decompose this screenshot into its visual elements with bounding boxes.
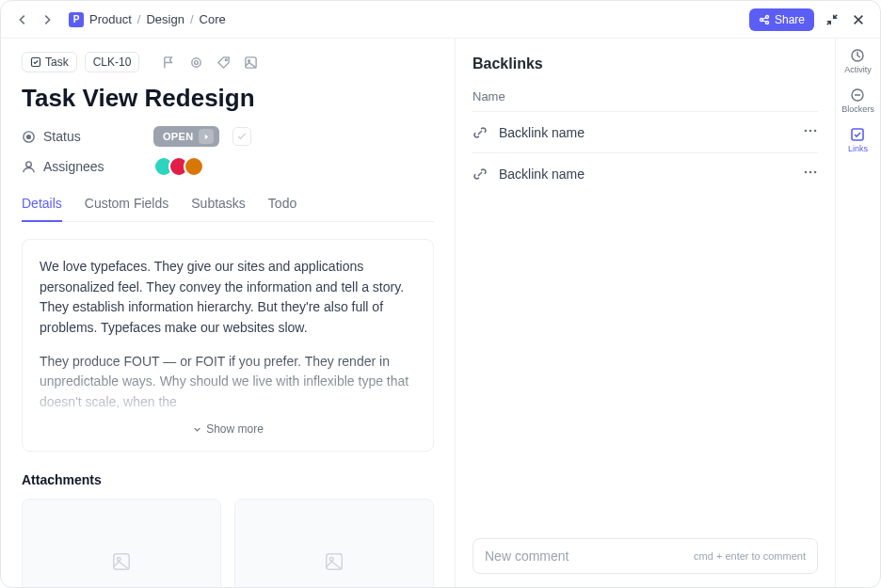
attachment-placeholder[interactable] [234,499,434,587]
task-id-chip[interactable]: CLK-10 [85,52,140,72]
link-icon [473,125,488,140]
main-content: Task CLK-10 Task View Redesign Status OP… [1,39,455,587]
rail-activity[interactable]: Activity [844,48,872,74]
svg-point-2 [765,21,768,24]
project-icon: P [69,12,84,27]
show-more-button[interactable]: Show more [40,417,416,442]
svg-point-16 [805,130,808,133]
status-next-icon[interactable] [199,129,214,144]
nav-back-button[interactable] [14,11,31,28]
task-title[interactable]: Task View Redesign [22,84,434,113]
svg-point-5 [195,60,199,64]
breadcrumb-item[interactable]: Product [89,12,132,26]
comment-hint: cmd + enter to comment [694,550,806,562]
backlink-name: Backlink name [499,125,585,140]
close-icon[interactable] [850,11,867,28]
attachments-heading: Attachments [22,472,434,487]
task-type-chip[interactable]: Task [22,52,77,72]
side-rail: Activity Blockers Links [835,39,880,587]
svg-point-1 [765,15,768,18]
svg-point-21 [814,171,817,174]
avatar[interactable] [184,156,204,177]
breadcrumb-item[interactable]: Design [146,12,184,26]
backlink-name: Backlink name [499,167,585,182]
tabs: Details Custom Fields Subtasks Todo [22,188,434,222]
tab-custom-fields[interactable]: Custom Fields [85,188,168,222]
backlink-row[interactable]: Backlink name [473,152,818,194]
breadcrumb-item[interactable]: Core [200,12,226,26]
description-paragraph: They produce FOUT — or FOIT if you prefe… [40,352,416,413]
comment-input[interactable] [485,548,694,564]
complete-checkbox[interactable] [232,127,251,146]
svg-point-18 [814,130,817,133]
minimize-icon[interactable] [824,11,841,28]
svg-point-0 [760,18,762,21]
svg-point-11 [26,161,32,167]
tab-subtasks[interactable]: Subtasks [191,188,246,222]
link-icon [473,167,488,182]
tab-details[interactable]: Details [22,188,62,222]
assignees-label: Assignees [22,159,144,174]
description-card[interactable]: We love typefaces. They give our sites a… [22,239,434,452]
target-icon[interactable] [189,56,203,70]
rail-links[interactable]: Links [848,127,868,153]
more-icon[interactable] [803,123,818,141]
rail-blockers[interactable]: Blockers [841,87,874,114]
assignee-avatars[interactable] [153,156,204,177]
breadcrumb: P Product / Design / Core [69,12,226,27]
svg-point-4 [192,57,200,66]
status-pill[interactable]: OPEN [153,126,219,147]
backlink-row[interactable]: Backlink name [473,111,818,152]
tab-todo[interactable]: Todo [268,188,296,222]
share-button[interactable]: Share [749,8,814,31]
image-icon[interactable] [244,56,258,70]
svg-point-8 [248,59,250,61]
column-header: Name [473,89,818,111]
tag-icon[interactable] [216,56,231,70]
svg-point-17 [809,130,812,133]
description-paragraph: We love typefaces. They give our sites a… [40,257,416,339]
svg-point-19 [805,171,808,174]
nav-forward-button[interactable] [39,11,56,28]
attachment-placeholder[interactable] [22,499,221,587]
svg-point-20 [809,171,812,174]
comment-box[interactable]: cmd + enter to comment [473,538,818,574]
svg-point-15 [329,558,333,562]
svg-point-10 [27,135,31,138]
svg-point-13 [117,558,120,562]
topbar: P Product / Design / Core Share [1,1,880,39]
flag-icon[interactable] [162,56,176,70]
backlinks-panel: Backlinks Name Backlink name Backlink na… [455,39,835,587]
more-icon[interactable] [803,165,818,183]
panel-title: Backlinks [473,56,818,72]
svg-point-6 [226,58,228,60]
status-label: Status [22,129,144,144]
